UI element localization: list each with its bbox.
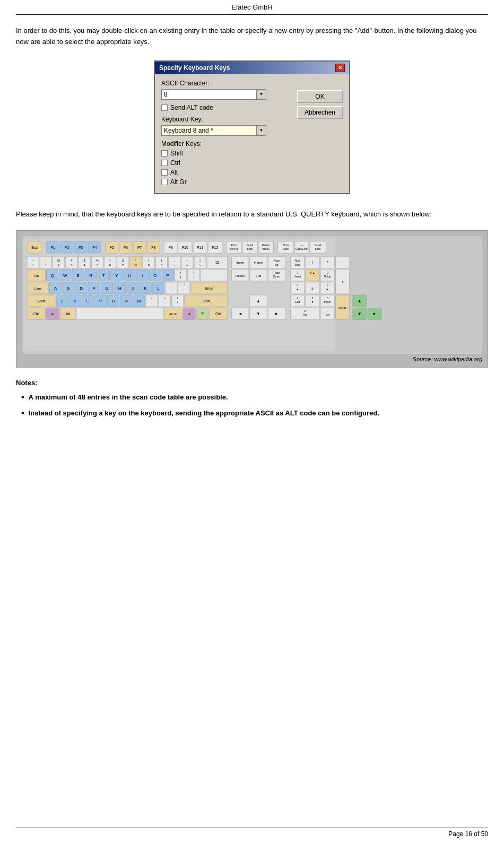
- svg-text:Down: Down: [273, 275, 280, 278]
- svg-text:S: S: [67, 286, 69, 291]
- svg-text:.: .: [164, 301, 166, 305]
- svg-text:7: 7: [297, 271, 298, 274]
- page-footer: Page 16 of 50: [16, 828, 488, 838]
- svg-text:/: /: [177, 301, 178, 305]
- svg-text:R: R: [89, 273, 92, 278]
- svg-text:Page: Page: [274, 271, 280, 274]
- shift-checkbox[interactable]: [161, 150, 168, 157]
- svg-text:U: U: [128, 273, 131, 278]
- ctrl-label: Ctrl: [170, 159, 180, 167]
- send-alt-row: Send ALT code: [161, 104, 292, 111]
- cancel-button[interactable]: Abbrechen: [297, 106, 343, 119]
- ascii-input-wrapper: ▼: [161, 89, 266, 100]
- svg-text:B: B: [112, 299, 115, 304]
- ascii-dropdown-button[interactable]: ▼: [256, 90, 266, 99]
- alt-checkbox[interactable]: [161, 169, 168, 176]
- svg-text:+: +: [186, 259, 188, 263]
- svg-text:SysRq: SysRq: [230, 248, 238, 251]
- svg-text:Shift: Shift: [202, 300, 210, 303]
- dialog-content: ASCII Character: ▼ Send ALT code Keyboar…: [155, 74, 349, 193]
- keyboard-key-dropdown-button[interactable]: ▼: [256, 126, 266, 135]
- svg-text:PgUp: PgUp: [324, 275, 331, 278]
- svg-text:Y: Y: [115, 273, 118, 278]
- svg-text:X: X: [73, 299, 76, 304]
- svg-text:H: H: [118, 286, 121, 291]
- svg-text:.: .: [327, 310, 328, 313]
- ctrl-checkbox[interactable]: [161, 160, 168, 166]
- svg-text:+: +: [341, 280, 344, 284]
- svg-text:0: 0: [305, 310, 306, 313]
- send-alt-label: Send ALT code: [170, 104, 213, 111]
- keyboard-source: Source: www.wikipedia.org: [22, 356, 482, 362]
- svg-text:;: ;: [171, 288, 172, 291]
- svg-text:Shift: Shift: [37, 300, 45, 303]
- svg-text:Caps Lock: Caps Lock: [296, 248, 308, 251]
- svg-text:PgDn: PgDn: [324, 301, 331, 304]
- svg-text:Num: Num: [283, 244, 289, 247]
- svg-text:L: L: [157, 286, 160, 291]
- svg-text:1: 1: [297, 297, 298, 300]
- keyboard-svg: Esc F1 F2 F3 F4 F5 F6 F7 F8: [22, 236, 482, 354]
- svg-text:Esc: Esc: [31, 246, 38, 250]
- svg-text:Num: Num: [294, 259, 300, 263]
- svg-text:Tab: Tab: [33, 274, 39, 277]
- svg-text:☰: ☰: [201, 313, 204, 316]
- svg-text:D: D: [80, 286, 83, 291]
- svg-text:3: 3: [327, 297, 328, 300]
- dialog-left-panel: ASCII Character: ▼ Send ALT code Keyboar…: [161, 80, 292, 188]
- svg-text:.: .: [213, 274, 214, 277]
- dialog-title: Specify Keyboard Keys: [159, 64, 230, 72]
- svg-text:\: \: [199, 264, 201, 267]
- svg-text:F3: F3: [79, 246, 83, 250]
- svg-text:⊞: ⊞: [51, 313, 54, 316]
- svg-text:Lock: Lock: [315, 248, 321, 251]
- svg-text:Scroll: Scroll: [315, 244, 321, 247]
- notes-list: A maximum of 48 entries in the scan code…: [16, 392, 488, 418]
- svg-text:►: ►: [326, 288, 329, 291]
- svg-text:F7: F7: [137, 246, 142, 250]
- svg-text:End: End: [295, 301, 300, 304]
- svg-text:^: ^: [109, 259, 111, 263]
- alt-label: Alt: [170, 169, 178, 176]
- ok-button[interactable]: OK: [297, 90, 343, 103]
- modifier-shift: Shift: [161, 150, 292, 157]
- page-wrapper: Elatec GmbH In order to do this, you may…: [0, 0, 504, 843]
- svg-text:(: (: [148, 259, 149, 263]
- keyboard-key-input[interactable]: [162, 126, 256, 135]
- svg-text:F9: F9: [168, 246, 172, 250]
- notes-item-2-text: Instead of specifying a key on the keybo…: [29, 408, 379, 419]
- svg-text:T: T: [102, 273, 105, 278]
- ascii-input[interactable]: [162, 90, 256, 99]
- svg-text:/: /: [312, 261, 313, 265]
- svg-rect-235: [76, 308, 163, 320]
- svg-text:-: -: [174, 264, 175, 267]
- svg-text:M: M: [137, 299, 141, 304]
- notes-item-1: A maximum of 48 entries in the scan code…: [21, 392, 488, 403]
- svg-text:▼: ▼: [256, 312, 260, 317]
- svg-text:`: `: [32, 264, 33, 267]
- svg-text:Alt: Alt: [66, 312, 70, 316]
- svg-text:Pause: Pause: [262, 244, 270, 247]
- notes-section: Notes: A maximum of 48 entries in the sc…: [16, 379, 488, 418]
- svg-text:F1: F1: [50, 246, 55, 250]
- modifier-altgr: Alt Gr: [161, 178, 292, 186]
- svg-text:I: I: [142, 273, 143, 278]
- svg-text:>: >: [164, 297, 166, 300]
- svg-text:⊞: ⊞: [188, 313, 190, 316]
- svg-text:Q: Q: [50, 273, 54, 278]
- svg-text:0: 0: [161, 264, 163, 267]
- svg-text:K: K: [144, 286, 147, 291]
- svg-text:Scroll: Scroll: [247, 244, 254, 247]
- modifier-keys-label: Modifier Keys:: [161, 140, 292, 147]
- svg-text:Print: Print: [231, 244, 237, 247]
- send-alt-checkbox[interactable]: [161, 105, 168, 111]
- svg-text:A: A: [54, 286, 57, 291]
- dialog-close-button[interactable]: ✕: [335, 64, 345, 72]
- notes-item-1-text: A maximum of 48 entries in the scan code…: [29, 392, 228, 403]
- keyboard-input-wrapper: ▼: [161, 125, 266, 136]
- svg-text:F6: F6: [124, 246, 128, 250]
- svg-text:▼: ▼: [358, 312, 362, 317]
- altgr-checkbox[interactable]: [161, 179, 168, 185]
- svg-text:]: ]: [193, 275, 194, 279]
- svg-text:Alt Gr: Alt Gr: [169, 313, 177, 316]
